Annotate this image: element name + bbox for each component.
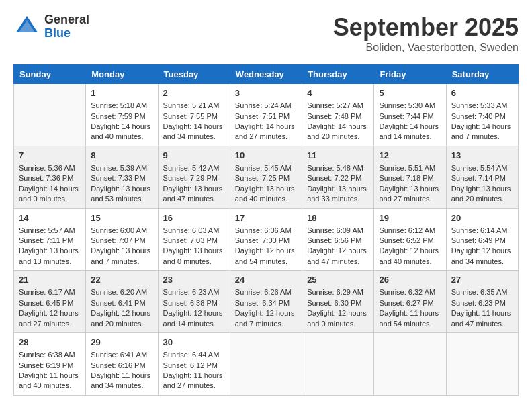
day-info: Sunrise: 5:30 AM Sunset: 7:44 PM Dayligh… [379, 101, 441, 142]
day-info: Sunrise: 6:38 AM Sunset: 6:19 PM Dayligh… [19, 350, 81, 392]
title-block: September 2025 Boliden, Vaesterbotten, S… [333, 13, 519, 54]
calendar-cell: 1Sunrise: 5:18 AM Sunset: 7:59 PM Daylig… [86, 84, 158, 146]
day-number: 23 [163, 274, 225, 286]
day-number: 8 [91, 150, 152, 162]
week-row-1: 1Sunrise: 5:18 AM Sunset: 7:59 PM Daylig… [14, 84, 519, 146]
day-info: Sunrise: 5:42 AM Sunset: 7:29 PM Dayligh… [163, 163, 225, 205]
calendar-cell: 20Sunrise: 6:14 AM Sunset: 6:49 PM Dayli… [446, 208, 518, 271]
month-title: September 2025 [333, 13, 519, 42]
calendar-cell [230, 333, 302, 396]
calendar-cell: 17Sunrise: 6:06 AM Sunset: 7:00 PM Dayli… [230, 208, 302, 271]
day-number: 4 [307, 87, 369, 99]
day-header-friday: Friday [374, 65, 446, 84]
week-row-3: 14Sunrise: 5:57 AM Sunset: 7:11 PM Dayli… [14, 208, 519, 271]
day-number: 19 [379, 212, 441, 224]
day-number: 14 [19, 212, 81, 224]
calendar-cell: 25Sunrise: 6:29 AM Sunset: 6:30 PM Dayli… [302, 271, 374, 333]
week-row-5: 28Sunrise: 6:38 AM Sunset: 6:19 PM Dayli… [14, 333, 519, 396]
calendar-cell: 28Sunrise: 6:38 AM Sunset: 6:19 PM Dayli… [14, 333, 86, 396]
day-number: 27 [451, 274, 513, 286]
day-number: 11 [307, 150, 369, 162]
calendar-cell: 21Sunrise: 6:17 AM Sunset: 6:45 PM Dayli… [14, 271, 86, 333]
day-info: Sunrise: 6:44 AM Sunset: 6:12 PM Dayligh… [163, 350, 225, 392]
day-info: Sunrise: 5:18 AM Sunset: 7:59 PM Dayligh… [91, 101, 152, 142]
calendar-cell: 27Sunrise: 6:35 AM Sunset: 6:23 PM Dayli… [446, 271, 518, 333]
day-number: 15 [91, 212, 152, 224]
day-info: Sunrise: 5:57 AM Sunset: 7:11 PM Dayligh… [19, 226, 81, 267]
day-info: Sunrise: 6:06 AM Sunset: 7:00 PM Dayligh… [235, 226, 297, 267]
calendar-cell: 22Sunrise: 6:20 AM Sunset: 6:41 PM Dayli… [86, 271, 158, 333]
day-header-saturday: Saturday [446, 65, 518, 84]
page-header: General Blue September 2025 Boliden, Vae… [13, 13, 519, 54]
calendar-cell: 8Sunrise: 5:39 AM Sunset: 7:33 PM Daylig… [86, 146, 158, 208]
calendar-cell: 11Sunrise: 5:48 AM Sunset: 7:22 PM Dayli… [302, 146, 374, 208]
day-number: 21 [19, 274, 81, 286]
calendar-table: SundayMondayTuesdayWednesdayThursdayFrid… [13, 64, 519, 396]
day-header-tuesday: Tuesday [158, 65, 230, 84]
logo-general-text: General [44, 13, 89, 27]
day-info: Sunrise: 6:29 AM Sunset: 6:30 PM Dayligh… [307, 287, 369, 329]
calendar-cell: 6Sunrise: 5:33 AM Sunset: 7:40 PM Daylig… [446, 84, 518, 146]
calendar-cell: 15Sunrise: 6:00 AM Sunset: 7:07 PM Dayli… [86, 208, 158, 271]
calendar-cell: 23Sunrise: 6:23 AM Sunset: 6:38 PM Dayli… [158, 271, 230, 333]
day-info: Sunrise: 6:14 AM Sunset: 6:49 PM Dayligh… [451, 226, 513, 267]
calendar-cell: 13Sunrise: 5:54 AM Sunset: 7:14 PM Dayli… [446, 146, 518, 208]
calendar-cell: 26Sunrise: 6:32 AM Sunset: 6:27 PM Dayli… [374, 271, 446, 333]
logo-blue-text: Blue [44, 27, 89, 40]
day-number: 5 [379, 87, 441, 99]
day-info: Sunrise: 5:24 AM Sunset: 7:51 PM Dayligh… [235, 101, 297, 142]
day-number: 12 [379, 150, 441, 162]
location-title: Boliden, Vaesterbotten, Sweden [333, 42, 519, 54]
calendar-cell: 18Sunrise: 6:09 AM Sunset: 6:56 PM Dayli… [302, 208, 374, 271]
day-header-monday: Monday [86, 65, 158, 84]
week-row-4: 21Sunrise: 6:17 AM Sunset: 6:45 PM Dayli… [14, 271, 519, 333]
day-header-wednesday: Wednesday [230, 65, 302, 84]
day-number: 17 [235, 212, 297, 224]
day-info: Sunrise: 5:48 AM Sunset: 7:22 PM Dayligh… [307, 163, 369, 205]
days-of-week-row: SundayMondayTuesdayWednesdayThursdayFrid… [14, 65, 519, 84]
day-number: 25 [307, 274, 369, 286]
day-info: Sunrise: 5:51 AM Sunset: 7:18 PM Dayligh… [379, 163, 441, 205]
calendar-cell: 4Sunrise: 5:27 AM Sunset: 7:48 PM Daylig… [302, 84, 374, 146]
day-number: 1 [91, 87, 152, 99]
day-info: Sunrise: 5:36 AM Sunset: 7:36 PM Dayligh… [19, 163, 81, 205]
day-info: Sunrise: 6:23 AM Sunset: 6:38 PM Dayligh… [163, 287, 225, 329]
day-number: 16 [163, 212, 225, 224]
day-info: Sunrise: 5:39 AM Sunset: 7:33 PM Dayligh… [91, 163, 152, 205]
day-info: Sunrise: 6:12 AM Sunset: 6:52 PM Dayligh… [379, 226, 441, 267]
calendar-cell: 24Sunrise: 6:26 AM Sunset: 6:34 PM Dayli… [230, 271, 302, 333]
day-info: Sunrise: 6:17 AM Sunset: 6:45 PM Dayligh… [19, 287, 81, 329]
day-info: Sunrise: 6:35 AM Sunset: 6:23 PM Dayligh… [451, 287, 513, 329]
day-number: 3 [235, 87, 297, 99]
day-number: 18 [307, 212, 369, 224]
day-info: Sunrise: 6:03 AM Sunset: 7:03 PM Dayligh… [163, 226, 225, 267]
day-number: 29 [91, 336, 152, 349]
day-number: 22 [91, 274, 152, 286]
calendar-cell: 30Sunrise: 6:44 AM Sunset: 6:12 PM Dayli… [158, 333, 230, 396]
calendar-cell [302, 333, 374, 396]
day-info: Sunrise: 6:32 AM Sunset: 6:27 PM Dayligh… [379, 287, 441, 329]
calendar-cell [374, 333, 446, 396]
day-info: Sunrise: 5:21 AM Sunset: 7:55 PM Dayligh… [163, 101, 225, 142]
day-header-thursday: Thursday [302, 65, 374, 84]
day-info: Sunrise: 6:20 AM Sunset: 6:41 PM Dayligh… [91, 287, 152, 329]
logo-text: General Blue [44, 13, 89, 40]
day-info: Sunrise: 5:27 AM Sunset: 7:48 PM Dayligh… [307, 101, 369, 142]
day-number: 13 [451, 150, 513, 162]
calendar-header: SundayMondayTuesdayWednesdayThursdayFrid… [14, 65, 519, 84]
day-number: 20 [451, 212, 513, 224]
calendar-cell: 9Sunrise: 5:42 AM Sunset: 7:29 PM Daylig… [158, 146, 230, 208]
calendar-cell: 3Sunrise: 5:24 AM Sunset: 7:51 PM Daylig… [230, 84, 302, 146]
day-info: Sunrise: 6:09 AM Sunset: 6:56 PM Dayligh… [307, 226, 369, 267]
day-number: 30 [163, 336, 225, 349]
calendar-cell: 5Sunrise: 5:30 AM Sunset: 7:44 PM Daylig… [374, 84, 446, 146]
calendar-cell: 12Sunrise: 5:51 AM Sunset: 7:18 PM Dayli… [374, 146, 446, 208]
day-number: 28 [19, 336, 81, 349]
day-number: 6 [451, 87, 513, 99]
calendar-cell: 7Sunrise: 5:36 AM Sunset: 7:36 PM Daylig… [14, 146, 86, 208]
day-number: 24 [235, 274, 297, 286]
calendar-cell [446, 333, 518, 396]
day-info: Sunrise: 5:45 AM Sunset: 7:25 PM Dayligh… [235, 163, 297, 205]
day-number: 9 [163, 150, 225, 162]
calendar-cell: 10Sunrise: 5:45 AM Sunset: 7:25 PM Dayli… [230, 146, 302, 208]
